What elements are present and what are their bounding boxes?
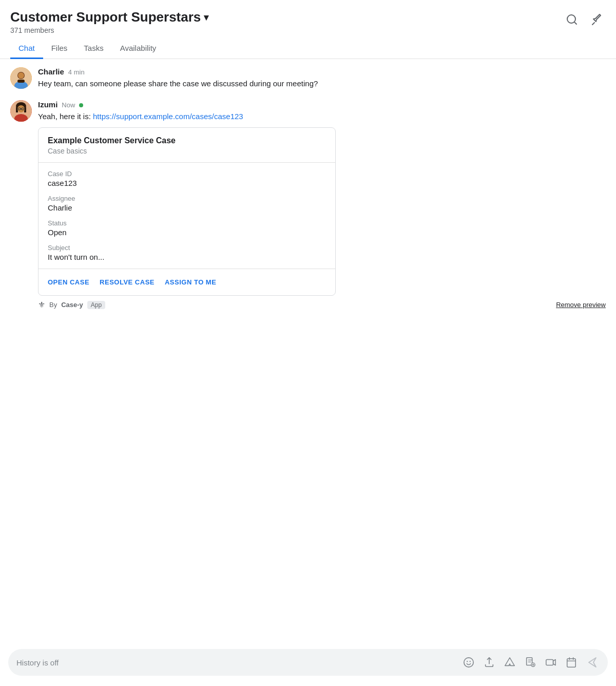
emoji-button[interactable] bbox=[462, 656, 475, 669]
charlie-name: Charlie bbox=[38, 67, 64, 76]
case-card: Example Customer Service Case Case basic… bbox=[38, 127, 336, 296]
emoji-icon bbox=[463, 657, 474, 668]
header: Customer Support Superstars ▾ 371 member… bbox=[0, 0, 616, 34]
svg-point-4 bbox=[18, 72, 24, 79]
group-title: Customer Support Superstars ▾ bbox=[10, 9, 208, 25]
svg-line-0 bbox=[592, 23, 594, 25]
case-field-id: Case ID case123 bbox=[48, 170, 326, 187]
avatar-izumi bbox=[10, 100, 32, 122]
case-card-body: Case ID case123 Assignee Charlie Status … bbox=[38, 163, 335, 269]
input-placeholder: History is off bbox=[16, 658, 455, 667]
input-icons bbox=[462, 655, 600, 670]
send-icon bbox=[586, 656, 599, 669]
send-button[interactable] bbox=[585, 655, 600, 670]
case-id-label: Case ID bbox=[48, 170, 326, 178]
case-card-header: Example Customer Service Case Case basic… bbox=[38, 128, 335, 163]
search-icon bbox=[566, 13, 578, 26]
izumi-text-prefix: Yeah, here it is: bbox=[38, 112, 93, 121]
svg-rect-24 bbox=[546, 660, 553, 665]
open-case-button[interactable]: OPEN CASE bbox=[48, 276, 89, 288]
case-actions: OPEN CASE RESOLVE CASE ASSIGN TO ME bbox=[38, 269, 335, 295]
charlie-avatar-svg bbox=[10, 67, 32, 89]
resolve-case-button[interactable]: RESOLVE CASE bbox=[100, 276, 155, 288]
status-label: Status bbox=[48, 219, 326, 227]
status-value: Open bbox=[48, 228, 326, 237]
subject-value: It won't turn on... bbox=[48, 253, 326, 261]
app-name: Case-y bbox=[61, 301, 83, 309]
charlie-message-content: Charlie 4 min Hey team, can someone plea… bbox=[38, 67, 606, 90]
header-left: Customer Support Superstars ▾ 371 member… bbox=[10, 9, 208, 34]
group-name-text: Customer Support Superstars bbox=[10, 9, 201, 25]
assignee-label: Assignee bbox=[48, 195, 326, 202]
upload-icon bbox=[484, 657, 495, 668]
calendar-button[interactable] bbox=[565, 656, 578, 669]
svg-point-18 bbox=[470, 661, 471, 662]
tab-tasks[interactable]: Tasks bbox=[75, 39, 111, 59]
svg-point-17 bbox=[467, 661, 468, 662]
casey-app-icon: ⚜ bbox=[38, 300, 45, 310]
upload-button[interactable] bbox=[483, 656, 496, 669]
charlie-message-header: Charlie 4 min bbox=[38, 67, 606, 76]
header-icons bbox=[564, 9, 606, 28]
case-field-assignee: Assignee Charlie bbox=[48, 195, 326, 212]
drive-button[interactable] bbox=[503, 656, 516, 669]
tab-chat[interactable]: Chat bbox=[10, 39, 43, 59]
svg-point-16 bbox=[464, 658, 473, 667]
izumi-message-content: Izumi Now Yeah, here it is: https://supp… bbox=[38, 100, 606, 310]
izumi-name: Izumi bbox=[38, 100, 57, 109]
case-field-status: Status Open bbox=[48, 219, 326, 237]
case-subtitle: Case basics bbox=[48, 147, 326, 155]
case-id-value: case123 bbox=[48, 179, 326, 187]
assignee-value: Charlie bbox=[48, 203, 326, 212]
pin-button[interactable] bbox=[589, 11, 606, 28]
new-doc-icon bbox=[525, 657, 536, 668]
remove-preview-button[interactable]: Remove preview bbox=[556, 301, 606, 309]
svg-rect-25 bbox=[567, 659, 576, 668]
video-icon bbox=[545, 657, 556, 668]
search-button[interactable] bbox=[564, 11, 580, 28]
by-label: By bbox=[49, 301, 57, 309]
subject-label: Subject bbox=[48, 244, 326, 252]
case-link[interactable]: https://support.example.com/cases/case12… bbox=[93, 112, 243, 121]
input-bar: History is off bbox=[8, 649, 608, 676]
izumi-avatar-svg bbox=[10, 100, 32, 122]
tab-availability[interactable]: Availability bbox=[112, 39, 165, 59]
message-izumi: Izumi Now Yeah, here it is: https://supp… bbox=[10, 100, 606, 310]
message-charlie: Charlie 4 min Hey team, can someone plea… bbox=[10, 67, 606, 90]
charlie-time: 4 min bbox=[68, 68, 85, 76]
izumi-message-header: Izumi Now bbox=[38, 100, 606, 109]
svg-rect-5 bbox=[17, 80, 25, 83]
app-badge: App bbox=[87, 301, 105, 309]
calendar-icon bbox=[566, 657, 577, 668]
chat-area: Charlie 4 min Hey team, can someone plea… bbox=[0, 59, 616, 649]
new-doc-button[interactable] bbox=[524, 656, 537, 669]
avatar-charlie bbox=[10, 67, 32, 89]
online-indicator bbox=[79, 103, 83, 107]
members-count: 371 members bbox=[10, 26, 208, 34]
video-button[interactable] bbox=[544, 656, 557, 669]
tabs-bar: Chat Files Tasks Availability bbox=[0, 39, 616, 59]
chevron-down-icon[interactable]: ▾ bbox=[204, 12, 208, 23]
by-footer: ⚜ By Case-y App Remove preview bbox=[38, 300, 606, 310]
drive-icon bbox=[504, 657, 515, 668]
assign-to-me-button[interactable]: ASSIGN TO ME bbox=[165, 276, 216, 288]
charlie-text: Hey team, can someone please share the c… bbox=[38, 78, 606, 90]
izumi-time: Now bbox=[62, 101, 75, 109]
case-field-subject: Subject It won't turn on... bbox=[48, 244, 326, 261]
pin-icon bbox=[591, 13, 604, 26]
case-title: Example Customer Service Case bbox=[48, 136, 326, 145]
tab-files[interactable]: Files bbox=[43, 39, 76, 59]
izumi-text: Yeah, here it is: https://support.exampl… bbox=[38, 111, 606, 123]
